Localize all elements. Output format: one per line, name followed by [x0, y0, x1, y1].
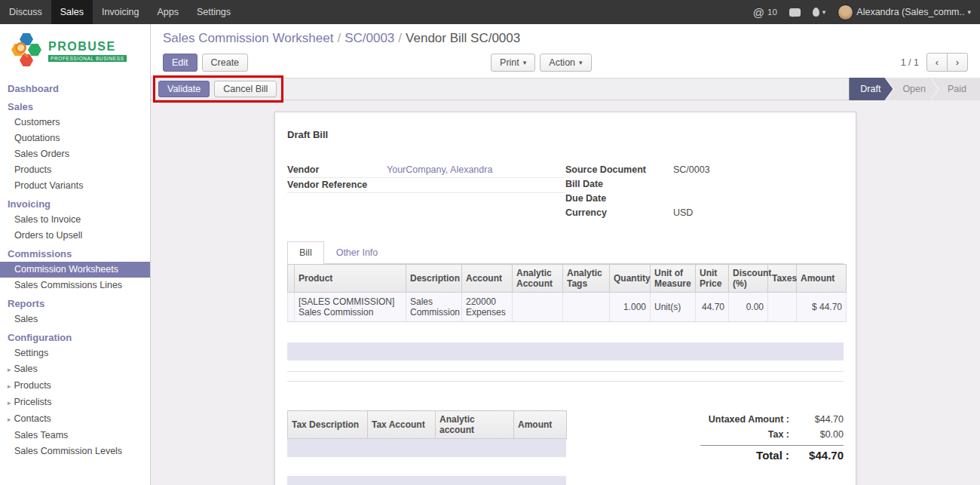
tab-bill[interactable]: Bill: [287, 241, 324, 264]
sidebar-heading-sales[interactable]: Sales: [0, 97, 150, 115]
cell-quantity: 1.000: [610, 293, 651, 322]
sidebar-item-config-products[interactable]: ▸Products: [0, 378, 150, 394]
sidebar-item-sales-commission-levels[interactable]: Sales Commission Levels: [0, 444, 150, 459]
main-area: Sales Commission Worksheet/SC/0003/Vendo…: [151, 24, 980, 485]
sidebar-heading-reports[interactable]: Reports: [0, 293, 150, 312]
totals-block: Untaxed Amount : $44.70 Tax : $0.00 Tota…: [700, 410, 844, 485]
mention-count: 10: [767, 8, 777, 17]
empty-list-stripe: [287, 342, 844, 361]
breadcrumb-sc0003-link[interactable]: SC/0003: [345, 31, 394, 45]
currency-value: USD: [673, 206, 693, 220]
create-button[interactable]: Create: [202, 54, 249, 72]
vendor-label: Vendor: [287, 163, 387, 177]
menu-settings[interactable]: Settings: [188, 0, 240, 24]
menu-invoicing[interactable]: Invoicing: [93, 0, 148, 24]
breadcrumb: Sales Commission Worksheet/SC/0003/Vendo…: [163, 30, 968, 47]
cell-discount: 0.00: [729, 293, 768, 322]
user-menu[interactable]: Alexandra (Sales_comm.. ▾: [838, 5, 971, 20]
statusbar-steps: Draft Open Paid: [849, 78, 980, 100]
invoice-lines-table: Product Description Account Analytic Acc…: [287, 264, 847, 322]
cell-product: [SALES COMMISSION] Sales Commission: [295, 293, 406, 322]
caret-down-icon: ▾: [579, 59, 583, 66]
sidebar-heading-dashboard[interactable]: Dashboard: [0, 78, 150, 97]
column-header-amount[interactable]: Amount: [797, 265, 847, 293]
chat-bubble-icon: [789, 8, 801, 17]
total-value: $44.70: [797, 448, 844, 463]
handle-column-header: [288, 265, 295, 293]
sidebar-item-reports-sales[interactable]: Sales: [0, 312, 150, 327]
mentions-counter[interactable]: @ 10: [753, 7, 777, 18]
status-step-draft[interactable]: Draft: [849, 78, 893, 100]
vendor-value-link[interactable]: YourCompany, Alexandra: [387, 163, 492, 177]
sidebar-item-product-variants[interactable]: Product Variants: [0, 178, 150, 194]
column-header-tax-description[interactable]: Tax Description: [288, 411, 368, 439]
source-document-label: Source Document: [565, 163, 673, 177]
print-label: Print: [500, 57, 519, 68]
tax-lines-area: Tax Description Tax Account Analytic acc…: [287, 410, 566, 485]
column-header-taxes[interactable]: Taxes: [768, 265, 797, 293]
column-header-unit-price[interactable]: Unit Price: [696, 265, 729, 293]
status-step-open[interactable]: Open: [886, 78, 938, 100]
sidebar-item-products[interactable]: Products: [0, 162, 150, 178]
invoice-line-row[interactable]: [SALES COMMISSION] Sales Commission Sale…: [288, 293, 847, 322]
bill-date-label: Bill Date: [565, 177, 673, 192]
sidebar-heading-commissions[interactable]: Commissions: [0, 244, 150, 262]
tab-other-info[interactable]: Other Info: [324, 241, 390, 264]
empty-list-stripe: [287, 476, 566, 485]
caret-down-icon: ▾: [523, 59, 527, 66]
menu-discuss[interactable]: Discuss: [0, 0, 51, 24]
validate-button[interactable]: Validate: [158, 81, 210, 97]
top-bar: Discuss Sales Invoicing Apps Settings @ …: [0, 0, 980, 24]
column-header-description[interactable]: Description: [406, 265, 462, 293]
column-header-tax-analytic-account[interactable]: Analytic account: [436, 411, 514, 439]
notebook-tabs: Bill Other Info: [287, 241, 844, 264]
sidebar-item-customers[interactable]: Customers: [0, 115, 150, 130]
column-header-tax-account[interactable]: Tax Account: [368, 411, 436, 439]
column-header-product[interactable]: Product: [295, 265, 406, 293]
menu-sales[interactable]: Sales: [51, 0, 93, 24]
sidebar-item-sales-teams[interactable]: Sales Teams: [0, 428, 150, 444]
sidebar-item-quotations[interactable]: Quotations: [0, 130, 150, 146]
action-button[interactable]: Action ▾: [540, 54, 591, 72]
sidebar-item-sales-to-invoice[interactable]: Sales to Invoice: [0, 212, 150, 228]
caret-down-icon: ▾: [967, 8, 971, 16]
debug-menu[interactable]: ▾: [813, 8, 826, 17]
column-header-tax-amount[interactable]: Amount: [514, 411, 567, 439]
field-group-left: Vendor YourCompany, Alexandra Vendor Ref…: [287, 163, 565, 220]
sidebar-item-settings[interactable]: Settings: [0, 345, 150, 361]
column-header-quantity[interactable]: Quantity: [610, 265, 651, 293]
sidebar-heading-configuration[interactable]: Configuration: [0, 327, 150, 345]
menu-apps[interactable]: Apps: [148, 0, 188, 24]
untaxed-amount-label: Untaxed Amount :: [709, 412, 789, 427]
column-header-unit-of-measure[interactable]: Unit of Measure: [651, 265, 696, 293]
source-document-value: SC/0003: [673, 163, 710, 177]
sidebar-item-orders-to-upsell[interactable]: Orders to Upsell: [0, 228, 150, 244]
column-header-discount[interactable]: Discount (%): [729, 265, 768, 293]
sidebar-item-config-sales[interactable]: ▸Sales: [0, 361, 150, 378]
pager-next-button[interactable]: ›: [947, 53, 968, 72]
sidebar-item-contacts[interactable]: ▸Contacts: [0, 411, 150, 428]
status-step-paid[interactable]: Paid: [931, 78, 980, 100]
sidebar-item-pricelists[interactable]: ▸Pricelists: [0, 394, 150, 411]
cancel-bill-button[interactable]: Cancel Bill: [214, 81, 277, 97]
empty-tax-row-stripe: [287, 439, 566, 457]
column-header-analytic-account[interactable]: Analytic Account: [513, 265, 563, 293]
cell-account: 220000 Expenses: [462, 293, 513, 322]
pager-previous-button[interactable]: ‹: [926, 53, 948, 72]
probuse-logo: PROBUSE PROFESSIONAL BUSINESS: [0, 24, 150, 72]
sidebar-item-sales-orders[interactable]: Sales Orders: [0, 146, 150, 162]
expand-icon: ▸: [8, 366, 11, 373]
column-header-analytic-tags[interactable]: Analytic Tags: [563, 265, 610, 293]
breadcrumb-worksheet-link[interactable]: Sales Commission Worksheet: [163, 31, 333, 45]
tax-row: Tax : $0.00: [700, 427, 844, 442]
messages-button[interactable]: [789, 8, 801, 17]
sidebar-item-commission-worksheets[interactable]: Commission Worksheets: [0, 262, 150, 278]
column-header-account[interactable]: Account: [462, 265, 513, 293]
sidebar-item-sales-commissions-lines[interactable]: Sales Commissions Lines: [0, 278, 150, 293]
print-button[interactable]: Print ▾: [491, 54, 535, 72]
sidebar-heading-invoicing[interactable]: Invoicing: [0, 194, 150, 212]
sidebar: PROBUSE PROFESSIONAL BUSINESS Dashboard …: [0, 24, 151, 485]
currency-field-row: Currency USD: [565, 206, 844, 220]
pager-counter: 1 / 1: [901, 57, 919, 68]
edit-button[interactable]: Edit: [163, 54, 198, 72]
